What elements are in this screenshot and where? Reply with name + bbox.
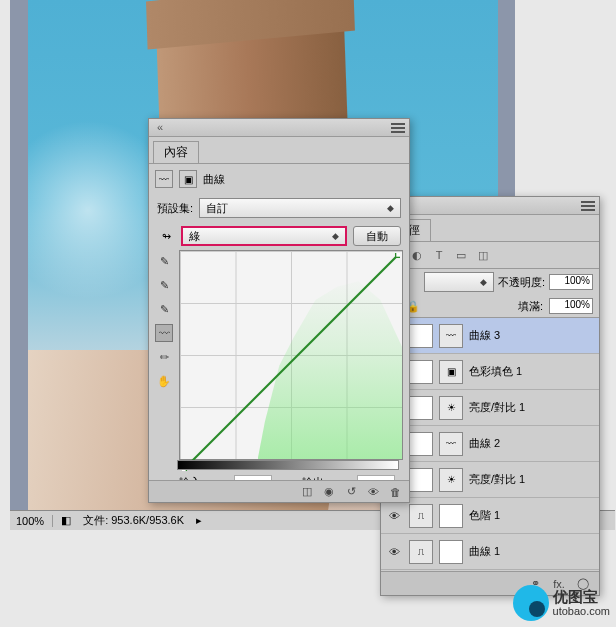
layer-name[interactable]: 色階 1 [469,508,500,523]
svg-rect-2 [396,253,400,257]
panel-menu-icon[interactable] [391,121,405,135]
mask-thumbnail[interactable] [409,396,433,420]
collapse-icon[interactable]: « [153,121,167,135]
preset-value: 自訂 [206,201,228,216]
layer-row[interactable]: 👁 ▣ 色彩填色 1 [381,354,599,390]
eyedropper-black-icon[interactable]: ✎ [155,252,173,270]
filter-smart-icon[interactable]: ◫ [473,246,493,264]
opacity-input[interactable]: 100% [549,274,593,290]
preset-label: 預設集: [157,201,193,216]
eyedropper-white-icon[interactable]: ✎ [155,300,173,318]
filter-adjust-icon[interactable]: ◐ [407,246,427,264]
layer-name[interactable]: 曲線 3 [469,328,500,343]
mask-thumbnail[interactable] [409,432,433,456]
preset-row: 預設集: 自訂 ◆ [149,194,409,222]
mask-thumbnail[interactable] [409,360,433,384]
adjustment-thumbnail[interactable]: ⎍ [409,540,433,564]
adjustment-name: 曲線 [203,172,225,187]
mask-thumbnail[interactable] [409,324,433,348]
reset-icon[interactable]: ↺ [341,483,361,501]
fill-row: ✥ 🔒 填滿: 100% [381,295,599,318]
mask-mode-icon[interactable]: ▣ [179,170,197,188]
mask-thumbnail[interactable] [439,504,463,528]
visibility-icon[interactable]: 👁 [363,483,383,501]
curve-tools: ✎ ✎ ✎ 〰 ✏ ✋ [155,250,175,460]
adjustment-thumbnail[interactable]: ☀ [439,396,463,420]
adjustment-thumbnail[interactable]: ▣ [439,360,463,384]
filter-shape-icon[interactable]: ▭ [451,246,471,264]
opacity-label: 不透明度: [498,275,545,290]
pencil-tool-icon[interactable]: ✏ [155,348,173,366]
adjustment-thumbnail[interactable]: 〰 [439,432,463,456]
watermark-logo [513,585,549,621]
tab-properties[interactable]: 內容 [153,141,199,163]
properties-panel-header[interactable]: « [149,119,409,137]
eyedropper-gray-icon[interactable]: ✎ [155,276,173,294]
watermark: 优图宝 utobao.com [513,585,610,621]
panel-menu-icon[interactable] [581,199,595,213]
layer-row[interactable]: 👁 ⎍ 曲線 1 [381,534,599,570]
chevron-updown-icon: ◆ [332,231,339,241]
channel-row: ↬ 綠 ◆ 自動 [149,222,409,250]
adjustment-type-row: 〰 ▣ 曲線 [149,164,409,194]
adjustment-thumbnail[interactable]: ☀ [439,468,463,492]
curve-line[interactable] [182,253,400,471]
layer-row[interactable]: 👁 〰 曲線 3 [381,318,599,354]
preset-select[interactable]: 自訂 ◆ [199,198,401,218]
mask-thumbnail[interactable] [409,468,433,492]
previous-icon[interactable]: ◉ [319,483,339,501]
layer-row[interactable]: 👁 〰 曲線 2 [381,426,599,462]
fill-input[interactable]: 100% [549,298,593,314]
svg-line-0 [182,253,400,471]
channel-select[interactable]: 綠 ◆ [181,226,347,246]
mask-thumbnail[interactable] [439,540,463,564]
adjustment-thumbnail[interactable]: ⎍ [409,504,433,528]
layer-row[interactable]: 👁 ⎍ 色階 1 [381,498,599,534]
layers-panel: 路徑 ▦ ◐ T ▭ ◫ ◆ 不透明度: 100% ✥ 🔒 填滿: 100% 👁… [380,196,600,596]
layers-panel-header[interactable] [381,197,599,215]
properties-footer: ◫ ◉ ↺ 👁 🗑 [149,480,409,502]
clip-icon[interactable]: ◫ [297,483,317,501]
layer-row[interactable]: 👁 ☀ 亮度/對比 1 [381,390,599,426]
adjustment-thumbnail[interactable]: 〰 [439,324,463,348]
layer-name[interactable]: 色彩填色 1 [469,364,522,379]
layer-row[interactable]: 👁 ☀ 亮度/對比 1 [381,462,599,498]
layer-list: 👁 〰 曲線 3 👁 ▣ 色彩填色 1 👁 ☀ 亮度/對比 1 👁 〰 曲線 2… [381,318,599,570]
curve-graph[interactable] [179,250,403,460]
point-tool-icon[interactable]: 〰 [155,324,173,342]
auto-button[interactable]: 自動 [353,226,401,246]
info-arrow-icon[interactable]: ▸ [196,514,202,527]
trash-icon[interactable]: 🗑 [385,483,405,501]
opacity-row: ◆ 不透明度: 100% [381,269,599,295]
channel-value: 綠 [189,229,200,244]
status-icon[interactable]: ◧ [61,514,75,528]
layer-name[interactable]: 亮度/對比 1 [469,400,525,415]
layer-name[interactable]: 亮度/對比 1 [469,472,525,487]
input-gradient[interactable] [177,460,399,470]
layer-filter-row: ▦ ◐ T ▭ ◫ [381,242,599,269]
curves-icon[interactable]: 〰 [155,170,173,188]
blend-mode-select[interactable]: ◆ [424,272,494,292]
fill-label: 填滿: [518,299,543,314]
layer-name[interactable]: 曲線 2 [469,436,500,451]
properties-panel: « 內容 〰 ▣ 曲線 預設集: 自訂 ◆ ↬ 綠 ◆ 自動 ✎ ✎ ✎ 〰 ✏… [148,118,410,503]
chevron-updown-icon: ◆ [387,203,394,213]
watermark-url: utobao.com [553,605,610,617]
document-info: 文件: 953.6K/953.6K [83,513,184,528]
layer-name[interactable]: 曲線 1 [469,544,500,559]
zoom-level[interactable]: 100% [16,515,53,527]
hand-tool-icon[interactable]: ✋ [155,372,173,390]
watermark-name: 优图宝 [553,589,610,606]
visibility-icon[interactable]: 👁 [385,510,403,522]
filter-type-icon[interactable]: T [429,246,449,264]
channel-icon[interactable]: ↬ [157,230,175,243]
visibility-icon[interactable]: 👁 [385,546,403,558]
